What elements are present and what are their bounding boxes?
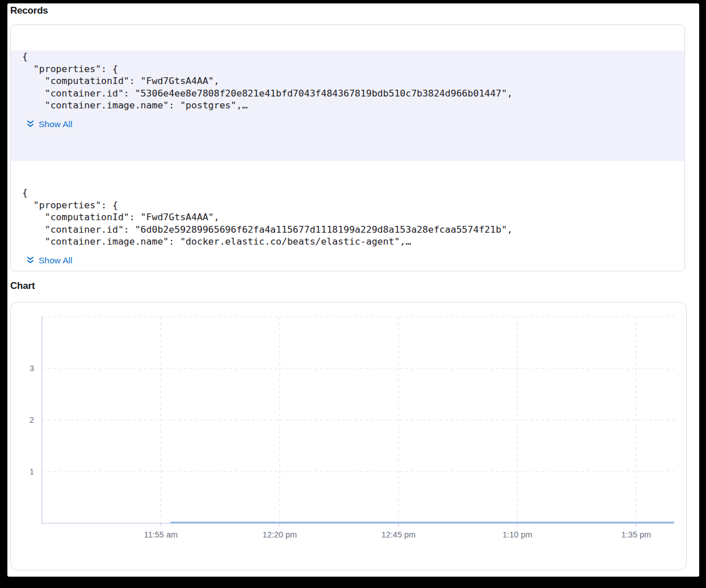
x-axis-tick-label: 12:20 pm — [263, 530, 297, 539]
record-item: { "properties": { "computationId": "Fwd7… — [11, 51, 684, 161]
y-axis-tick-label: 2 — [30, 415, 34, 425]
records-section-title: Records — [10, 5, 48, 16]
x-axis-tick-label: 12:45 pm — [381, 530, 415, 539]
double-chevron-down-icon — [26, 256, 35, 264]
show-all-label: Show All — [39, 119, 72, 129]
record-item: { "properties": { "computationId": "Fwd7… — [11, 187, 684, 271]
record-json: { "properties": { "computationId": "Fwd7… — [22, 187, 684, 248]
y-axis-tick-label: 1 — [30, 467, 34, 476]
x-axis-tick-label: 1:35 pm — [621, 530, 651, 539]
show-all-label: Show All — [39, 255, 72, 266]
records-panel: { "properties": { "computationId": "Fwd7… — [10, 24, 685, 271]
chart-section-title: Chart — [10, 280, 35, 292]
record-json: { "properties": { "computationId": "Fwd7… — [22, 51, 684, 112]
chart-panel: 11:55 am12:20 pm12:45 pm1:10 pm1:35 pm12… — [10, 302, 687, 570]
show-all-button[interactable]: Show All — [26, 255, 72, 266]
y-axis-tick-label: 3 — [30, 364, 34, 373]
page: Records { "properties": { "computationId… — [7, 3, 699, 577]
time-series-chart: 11:55 am12:20 pm12:45 pm1:10 pm1:35 pm12… — [11, 303, 686, 570]
double-chevron-down-icon — [26, 120, 35, 128]
x-axis-tick-label: 1:10 pm — [502, 530, 532, 539]
show-all-button[interactable]: Show All — [26, 119, 72, 129]
x-axis-tick-label: 11:55 am — [144, 530, 178, 539]
